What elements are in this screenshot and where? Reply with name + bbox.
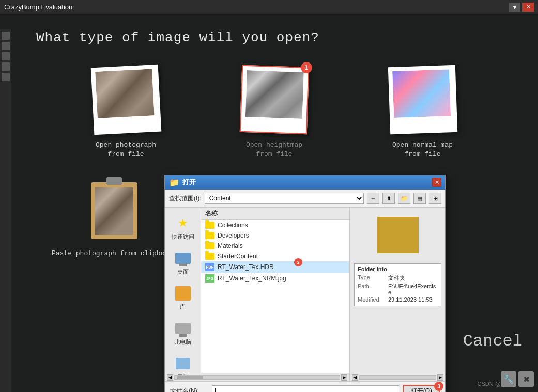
file-item-materials[interactable]: Materials (201, 241, 349, 251)
minimize-button[interactable]: ▼ (509, 3, 520, 12)
desktop-icon-shape (175, 253, 191, 264)
folder-icon (205, 242, 214, 249)
dialog-filelist: 名称 Collections Developers (201, 208, 350, 373)
nav-item-desktop[interactable]: 桌面 (167, 248, 198, 278)
up-button[interactable]: ⬆ (382, 193, 395, 204)
library-icon-shape (175, 286, 191, 301)
grid-button[interactable]: ⊞ (429, 193, 441, 204)
file-name-jpg: RT_Water_Tex_NRM.jpg (218, 275, 286, 282)
folder-info-type-row: Type 文件夹 (358, 274, 438, 282)
scrollbar-track-h2 (359, 375, 436, 380)
star-icon: ★ (178, 216, 188, 230)
library-label: 库 (180, 303, 186, 311)
close-button[interactable]: ✕ (522, 3, 534, 12)
file-name-startercontent: StarterContent (218, 253, 258, 260)
quickaccess-label: 快速访问 (172, 233, 194, 241)
file-name-materials: Materials (218, 242, 243, 249)
file-item-jpg[interactable]: JPG RT_Water_Tex_NRM.jpg (201, 273, 349, 284)
nav-item-library[interactable]: 库 (167, 283, 198, 313)
dialog-toolbar: 查找范围(I): Content ← ⬆ 📁 ▤ ⊞ (165, 190, 445, 208)
folder-info-title: Folder Info (358, 266, 438, 272)
dialog-title-text: 打开 (182, 178, 196, 187)
hdr-file-icon: HDR (205, 263, 214, 271)
scroll-left-btn-2[interactable]: ◀ (352, 374, 358, 381)
file-dialog: 📁 打开 ✕ 查找范围(I): Content ← ⬆ 📁 ▤ ⊞ (164, 175, 446, 392)
dialog-nav: ★ 快速访问 桌面 库 (165, 208, 201, 373)
horizontal-scrollbar[interactable]: ◀ ▶ (165, 373, 350, 381)
path-value: E:\UE4\ue4Exercise (388, 283, 438, 295)
dialog-body: ★ 快速访问 桌面 库 (165, 208, 445, 373)
title-bar: CrazyBump Evaluation ▼ ✕ (0, 0, 538, 14)
open-button[interactable]: 打开(O) 3 (403, 385, 440, 392)
main-content: What type of image will you open? Open p… (0, 14, 538, 392)
dialog-close-button[interactable]: ✕ (432, 178, 441, 187)
path-label: Path (358, 283, 386, 295)
open-button-label: 打开(O) (411, 387, 432, 392)
back-button[interactable]: ← (367, 193, 379, 204)
computer-icon-shape (175, 323, 191, 334)
file-item-collections[interactable]: Collections (201, 220, 349, 230)
scrollbar-row: ◀ ▶ ◀ ▶ (165, 373, 445, 381)
file-item-startercontent[interactable]: StarterContent (201, 251, 349, 261)
network-icon (175, 355, 191, 372)
computer-label: 此电脑 (174, 338, 191, 346)
folder-info-box: Folder Info Type 文件夹 Path E:\UE4\ue4Exer… (354, 263, 441, 306)
badge-3: 3 (434, 382, 443, 391)
jpg-file-icon: JPG (205, 274, 214, 283)
file-item-hdr[interactable]: 2 HDR RT_Water_Tex.HDR (201, 261, 349, 273)
location-select[interactable]: Content (205, 193, 364, 204)
preview-thumbnail (377, 217, 419, 253)
nav-item-quickaccess[interactable]: ★ 快速访问 (167, 213, 198, 243)
file-name-hdr: RT_Water_Tex.HDR (218, 263, 274, 271)
computer-icon (175, 320, 191, 337)
folder-icon (205, 253, 214, 260)
title-bar-controls: ▼ ✕ (509, 3, 534, 12)
scroll-left-btn[interactable]: ◀ (167, 374, 173, 381)
folder-icon (205, 232, 214, 239)
folder-info-modified-row: Modified 29.11.2023 11:53 (358, 296, 438, 303)
folder-icon (205, 222, 214, 229)
scroll-right-btn-2[interactable]: ▶ (437, 374, 443, 381)
dialog-overlay: 📁 打开 ✕ 查找范围(I): Content ← ⬆ 📁 ▤ ⊞ (0, 14, 538, 392)
nav-item-computer[interactable]: 此电脑 (167, 318, 198, 348)
filelist-column-name: 名称 (205, 209, 218, 218)
dialog-titlebar: 📁 打开 ✕ (165, 175, 445, 190)
modified-label: Modified (358, 296, 386, 303)
modified-value: 29.11.2023 11:53 (388, 296, 438, 303)
filename-row: 文件名(N): 打开(O) 3 (170, 385, 440, 392)
dialog-preview: Folder Info Type 文件夹 Path E:\UE4\ue4Exer… (350, 208, 445, 373)
desktop-label: 桌面 (177, 268, 189, 276)
scrollbar-track-h (174, 375, 340, 380)
preview-folder-icon (385, 225, 411, 245)
scrollbar-thumb-h (177, 376, 203, 379)
file-name-collections: Collections (218, 222, 248, 229)
folder-info-path-row: Path E:\UE4\ue4Exercise (358, 283, 438, 295)
new-folder-button[interactable]: 📁 (398, 193, 410, 204)
filelist-header: 名称 (201, 208, 349, 220)
file-item-developers[interactable]: Developers (201, 230, 349, 241)
network-icon-shape (176, 358, 190, 369)
badge-2: 2 (294, 258, 302, 266)
scroll-right-btn[interactable]: ▶ (341, 374, 347, 381)
dialog-bottom: 文件名(N): 打开(O) 3 文件类型(T): All files 取消 (165, 381, 445, 392)
app-title: CrazyBump Evaluation (4, 3, 72, 11)
type-label: Type (358, 274, 386, 282)
view-button[interactable]: ▤ (413, 193, 426, 204)
quickaccess-icon: ★ (175, 215, 191, 231)
type-value: 文件夹 (388, 274, 438, 282)
desktop-icon (175, 250, 191, 266)
library-icon (175, 285, 191, 302)
dialog-title: 📁 打开 (169, 178, 196, 187)
filename-input[interactable] (212, 385, 399, 392)
toolbar-label: 查找范围(I): (169, 194, 202, 203)
file-name-developers: Developers (218, 232, 249, 239)
filename-label: 文件名(N): (170, 387, 209, 393)
horizontal-scrollbar-right[interactable]: ◀ ▶ (350, 373, 445, 381)
